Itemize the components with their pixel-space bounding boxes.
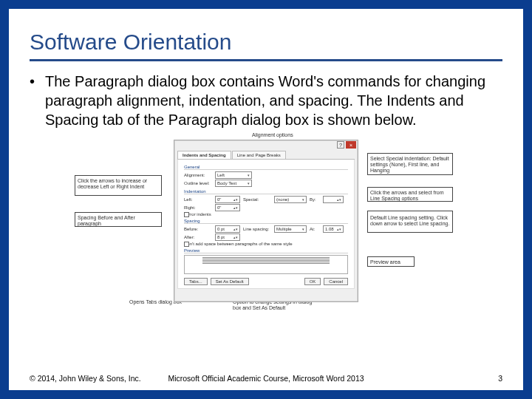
spinner-icon: ▴▾ bbox=[337, 197, 341, 202]
body-text: The Paragraph dialog box contains Word's… bbox=[45, 72, 502, 129]
cancel-button[interactable]: Cancel bbox=[324, 278, 348, 285]
before-label: Before: bbox=[184, 227, 212, 231]
course-text: Microsoft Official Academic Course, Micr… bbox=[30, 374, 502, 383]
tab-indents-spacing[interactable]: Indents and Spacing bbox=[177, 151, 231, 159]
tabs-button[interactable]: Tabs... bbox=[184, 278, 208, 285]
callout-box bbox=[367, 153, 453, 175]
alignment-combo[interactable]: Left▾ bbox=[215, 171, 252, 179]
preview-lines bbox=[186, 257, 346, 264]
after-label: After: bbox=[184, 235, 212, 239]
dialog-buttons: Tabs... Set As Default OK Cancel bbox=[178, 278, 354, 285]
special-combo[interactable]: (none)▾ bbox=[274, 196, 307, 203]
chevron-down-icon: ▾ bbox=[248, 173, 250, 177]
spinner-icon: ▴▾ bbox=[337, 227, 341, 231]
callout-box bbox=[367, 256, 415, 267]
left-spinner[interactable]: 0"▴▾ bbox=[215, 196, 240, 203]
ok-button[interactable]: OK bbox=[304, 278, 321, 285]
section-general: General bbox=[184, 165, 348, 170]
dialog-titlebar: ? × bbox=[174, 140, 358, 149]
by-label: By: bbox=[310, 197, 320, 202]
nospace-label: Don't add space between paragraphs of th… bbox=[184, 242, 293, 246]
help-button[interactable]: ? bbox=[337, 141, 344, 149]
callout-box bbox=[367, 211, 453, 233]
outline-combo[interactable]: Body Text▾ bbox=[215, 180, 252, 187]
bullet-icon: • bbox=[30, 72, 35, 129]
after-spinner[interactable]: 8 pt▴▾ bbox=[215, 233, 240, 241]
outline-label: Outline level: bbox=[184, 181, 212, 185]
figure-wrap: Alignment options Click the arrows to in… bbox=[30, 134, 502, 311]
footer: © 2014, John Wiley & Sons, Inc. Microsof… bbox=[30, 374, 502, 383]
section-spacing: Spacing bbox=[184, 219, 348, 224]
chevron-down-icon: ▾ bbox=[248, 181, 250, 185]
right-label: Right: bbox=[184, 205, 212, 210]
spinner-icon: ▴▾ bbox=[233, 197, 238, 202]
nospace-checkbox[interactable] bbox=[184, 242, 189, 247]
paragraph-dialog: ? × Indents and Spacing Line and Page Br… bbox=[174, 140, 358, 302]
preview-box bbox=[184, 255, 348, 274]
special-label: Special: bbox=[243, 197, 271, 202]
section-indentation: Indentation bbox=[184, 189, 348, 194]
tab-line-page-breaks[interactable]: Line and Page Breaks bbox=[232, 151, 286, 159]
callout-box bbox=[75, 212, 162, 227]
at-spinner[interactable]: 1.08▴▾ bbox=[323, 225, 344, 233]
close-button[interactable]: × bbox=[346, 141, 356, 149]
figure: Alignment options Click the arrows to in… bbox=[78, 134, 454, 311]
by-spinner[interactable]: ▴▾ bbox=[323, 196, 344, 203]
chevron-down-icon: ▾ bbox=[302, 197, 304, 202]
alignment-label: Alignment: bbox=[184, 173, 212, 177]
chevron-down-icon: ▾ bbox=[302, 227, 304, 231]
slide-title: Software Orientation bbox=[30, 30, 502, 61]
callout-box bbox=[367, 187, 453, 202]
dialog-body: General Alignment: Left▾ Outline level: … bbox=[177, 160, 355, 289]
dialog-tabs: Indents and Spacing Line and Page Breaks bbox=[177, 151, 355, 160]
at-label: At: bbox=[310, 227, 320, 231]
callout-box bbox=[75, 175, 162, 196]
spinner-icon: ▴▾ bbox=[233, 235, 238, 239]
slide: Software Orientation • The Paragraph dia… bbox=[0, 0, 532, 399]
set-default-button[interactable]: Set As Default bbox=[211, 278, 249, 285]
section-preview: Preview bbox=[184, 248, 348, 253]
mirror-checkbox[interactable] bbox=[184, 212, 189, 217]
spinner-icon: ▴▾ bbox=[233, 227, 238, 231]
left-label: Left: bbox=[184, 197, 212, 202]
right-spinner[interactable]: 0"▴▾ bbox=[215, 204, 240, 211]
callout-alignment: Alignment options bbox=[252, 132, 293, 138]
spinner-icon: ▴▾ bbox=[233, 205, 238, 210]
linesp-combo[interactable]: Multiple▾ bbox=[274, 225, 307, 233]
slide-body: • The Paragraph dialog box contains Word… bbox=[30, 72, 502, 129]
linesp-label: Line spacing: bbox=[243, 227, 271, 231]
before-spinner[interactable]: 0 pt▴▾ bbox=[215, 225, 240, 233]
